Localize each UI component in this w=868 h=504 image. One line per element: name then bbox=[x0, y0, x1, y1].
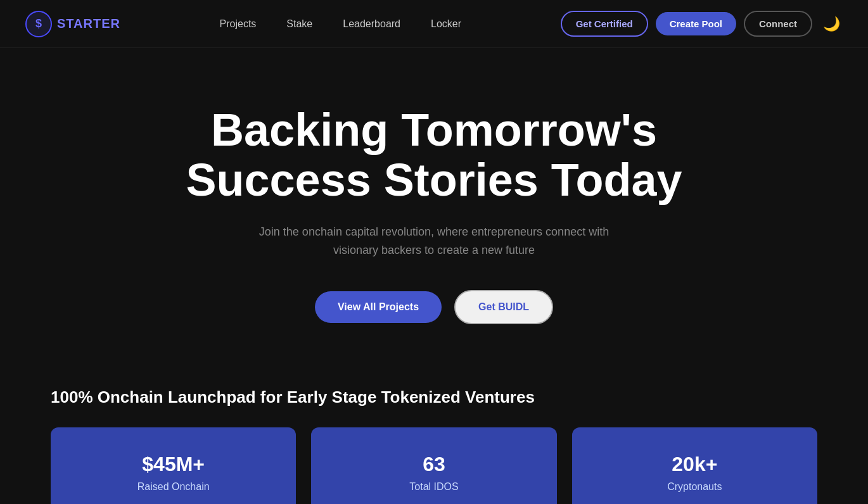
nav-link-locker[interactable]: Locker bbox=[431, 18, 461, 30]
hero-cta-buttons: View All Projects Get BUIDL bbox=[315, 290, 553, 324]
stat-card-raised: $45M+ Raised Onchain bbox=[51, 427, 296, 504]
brand-name: STARTER bbox=[57, 16, 120, 31]
moon-icon: 🌙 bbox=[823, 16, 840, 32]
stat-card-idos: 63 Total IDOS bbox=[311, 427, 556, 504]
nav-link-projects[interactable]: Projects bbox=[220, 18, 257, 30]
connect-button[interactable]: Connect bbox=[744, 11, 812, 37]
stats-section-title: 100% Onchain Launchpad for Early Stage T… bbox=[51, 387, 817, 407]
stat-label-idos: Total IDOS bbox=[326, 481, 541, 493]
nav-link-leaderboard[interactable]: Leaderboard bbox=[343, 18, 400, 30]
stats-section: 100% Onchain Launchpad for Early Stage T… bbox=[0, 362, 868, 504]
get-certified-button[interactable]: Get Certified bbox=[561, 11, 648, 37]
create-pool-button[interactable]: Create Pool bbox=[656, 12, 736, 35]
stat-value-raised: $45M+ bbox=[66, 453, 281, 476]
hero-section: Backing Tomorrow's Success Stories Today… bbox=[0, 48, 868, 362]
logo-dollar-sign: $ bbox=[35, 17, 42, 30]
hero-subtitle: Join the onchain capital revolution, whe… bbox=[250, 223, 618, 260]
logo-icon: $ bbox=[25, 11, 52, 37]
stat-label-cryptonauts: Cryptonauts bbox=[587, 481, 802, 493]
hero-title: Backing Tomorrow's Success Stories Today bbox=[186, 105, 682, 205]
hero-title-line1: Backing Tomorrow's bbox=[211, 104, 657, 155]
navbar-actions: Get Certified Create Pool Connect 🌙 bbox=[561, 11, 843, 37]
stat-value-idos: 63 bbox=[326, 453, 541, 476]
nav-link-stake[interactable]: Stake bbox=[286, 18, 312, 30]
get-buidl-button[interactable]: Get BUIDL bbox=[454, 290, 553, 324]
nav-links: Projects Stake Leaderboard Locker bbox=[220, 18, 462, 30]
navbar: $ STARTER Projects Stake Leaderboard Loc… bbox=[0, 0, 868, 48]
stat-label-raised: Raised Onchain bbox=[66, 481, 281, 493]
logo-area: $ STARTER bbox=[25, 11, 120, 37]
stats-cards-container: $45M+ Raised Onchain 63 Total IDOS 20k+ … bbox=[51, 427, 817, 504]
view-all-projects-button[interactable]: View All Projects bbox=[315, 291, 442, 323]
stat-card-cryptonauts: 20k+ Cryptonauts bbox=[572, 427, 817, 504]
theme-toggle-button[interactable]: 🌙 bbox=[820, 13, 843, 35]
hero-title-line2: Success Stories Today bbox=[186, 154, 682, 205]
stat-value-cryptonauts: 20k+ bbox=[587, 453, 802, 476]
